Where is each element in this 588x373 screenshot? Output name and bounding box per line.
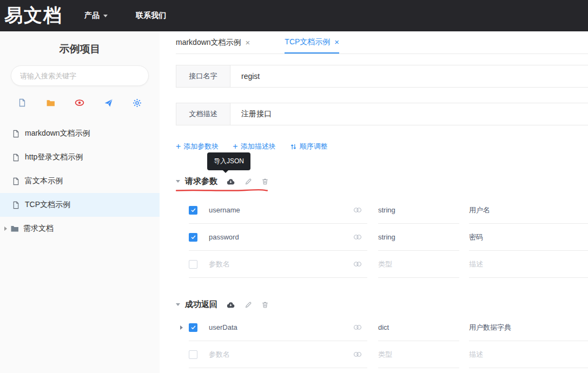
caret-slot [180,314,189,341]
param-type-cell[interactable]: dict [378,314,459,341]
section-success-return: 成功返回 [176,299,588,368]
search-box[interactable] [11,65,149,86]
section-header: 请求参数 [176,176,588,186]
tab-tcp-doc[interactable]: TCP文档示例 × [285,31,339,54]
collapse-icon[interactable] [176,180,180,183]
tab-label: markdown文档示例 [176,38,241,48]
section-tools [226,301,269,309]
new-doc-icon[interactable] [18,98,27,107]
param-type-cell[interactable]: string [378,197,459,224]
caret-slot [180,251,189,278]
param-name-placeholder[interactable]: 参数名 [209,350,230,359]
section-title: 请求参数 [185,176,217,186]
gear-icon[interactable] [133,98,142,108]
chevron-down-icon [103,15,108,17]
caret-slot [180,197,189,224]
link-icon[interactable] [353,234,362,240]
trash-icon[interactable] [261,301,269,309]
param-name[interactable]: userData [209,323,237,331]
table-row: userData dict 用户数据字典 [176,314,588,341]
menu-item-label: 联系我们 [136,11,166,21]
sidebar: 示例项目 markdown文档示例 h [0,31,160,373]
document-icon [12,201,20,209]
doc-desc-field: 文档描述 注册接口 [176,103,588,125]
param-name-cell: 参数名 [189,341,367,368]
param-desc-cell[interactable]: 用户数据字典 [469,314,588,341]
chevron-right-icon[interactable] [4,227,7,231]
api-name-input[interactable]: regist [230,65,260,87]
link-icon[interactable] [353,207,362,213]
plus-icon: + [176,142,181,151]
send-icon[interactable] [104,98,113,108]
close-tab-icon[interactable]: × [334,37,339,46]
param-name-placeholder[interactable]: 参数名 [209,259,230,269]
link-icon[interactable] [353,351,362,357]
plus-icon: + [233,142,237,151]
folder-icon [10,224,19,233]
trash-icon[interactable] [261,178,269,185]
param-desc-cell[interactable]: 描述 [469,341,588,368]
edit-icon[interactable] [245,178,252,185]
close-tab-icon[interactable]: × [246,38,250,47]
param-type-cell[interactable]: 类型 [378,251,459,278]
section-title: 成功返回 [185,299,217,310]
tab-bar: markdown文档示例 × TCP文档示例 × [176,31,588,54]
collapse-icon[interactable] [176,303,180,306]
sidebar-item-markdown-doc[interactable]: markdown文档示例 [0,122,160,145]
new-folder-icon[interactable] [46,98,55,108]
checkbox-checked[interactable] [189,323,197,332]
param-type-cell[interactable]: 类型 [378,341,459,368]
sidebar-item-richtext-doc[interactable]: 富文本示例 [0,169,160,193]
search-input[interactable] [20,72,140,80]
import-json-icon[interactable] [226,178,235,185]
section-tools [226,178,269,185]
checkbox-checked[interactable] [189,233,197,242]
sidebar-item-label: 需求文档 [23,224,54,234]
param-desc: 密码 [469,232,483,242]
param-name[interactable]: password [209,233,239,241]
eye-icon[interactable] [75,98,84,108]
api-name-field: 接口名字 regist [176,65,588,88]
project-title: 示例项目 [0,42,160,56]
param-name-cell: userData [189,314,367,341]
link-icon[interactable] [353,261,362,267]
action-label: 添加参数块 [183,142,219,151]
param-desc-cell[interactable]: 用户名 [469,197,588,224]
sidebar-item-label: markdown文档示例 [25,129,90,138]
sidebar-item-http-login-doc[interactable]: http登录文档示例 [0,145,160,169]
add-param-block-button[interactable]: + 添加参数块 [176,142,219,151]
menu-item-contact[interactable]: 联系我们 [136,11,166,21]
expand-row-icon[interactable] [180,325,183,330]
tab-label: TCP文档示例 [285,37,330,47]
add-desc-block-button[interactable]: + 添加描述块 [233,142,275,151]
caret-slot [180,224,189,251]
doc-tree: markdown文档示例 http登录文档示例 富文本示例 TCP文档示例 [0,122,160,241]
sidebar-item-requirements-folder[interactable]: 需求文档 [0,217,160,241]
param-type: dict [378,323,389,331]
checkbox-checked[interactable] [189,206,197,215]
param-desc-placeholder: 描述 [469,259,483,269]
checkbox-unchecked[interactable] [189,260,197,269]
menu-item-products[interactable]: 产品 [84,11,108,21]
top-menu: 产品 联系我们 [84,11,166,21]
document-icon [12,154,20,162]
checkbox-unchecked[interactable] [189,350,197,359]
param-type-cell[interactable]: string [378,224,459,251]
param-type-placeholder: 类型 [378,350,392,359]
param-desc-cell[interactable]: 密码 [469,224,588,251]
param-desc-cell[interactable]: 描述 [469,251,588,278]
tab-markdown-doc[interactable]: markdown文档示例 × [176,31,250,54]
import-json-icon[interactable] [226,301,235,309]
sidebar-item-tcp-doc[interactable]: TCP文档示例 [0,193,160,217]
menu-item-label: 产品 [84,11,100,21]
doc-desc-input[interactable]: 注册接口 [230,103,272,125]
edit-icon[interactable] [245,301,252,309]
link-icon[interactable] [353,324,362,330]
param-name[interactable]: username [209,206,240,214]
table-row-empty: 参数名 类型 描述 [176,341,588,368]
reorder-button[interactable]: 顺序调整 [290,142,328,151]
sort-icon [290,143,297,150]
app-logo[interactable]: 易文档 [4,3,63,28]
caret-slot [180,341,189,368]
table-row: username string 用户名 [176,197,588,224]
